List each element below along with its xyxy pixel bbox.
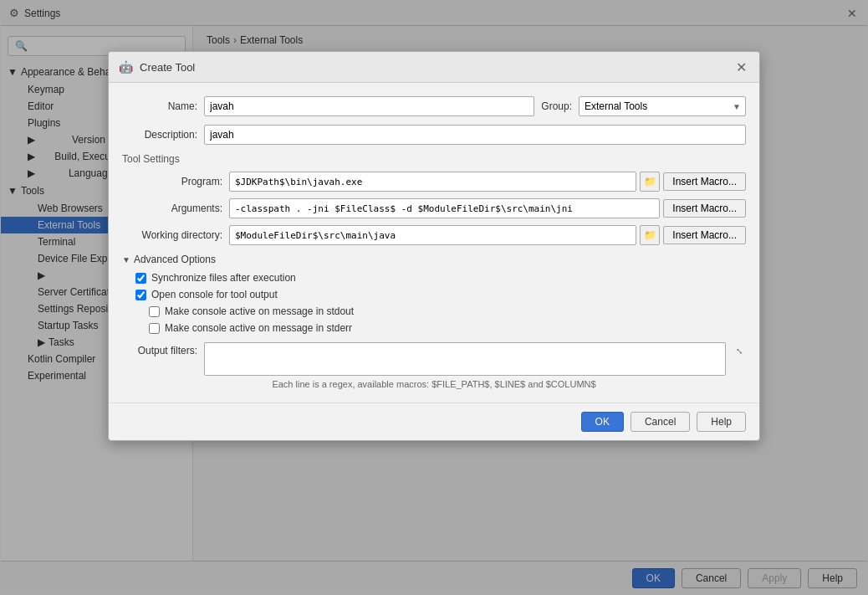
modal-title: Create Tool (140, 61, 726, 74)
modal-help-button[interactable]: Help (697, 412, 746, 432)
output-filters-label: Output filters: (122, 345, 197, 356)
create-tool-dialog: 🤖 Create Tool ✕ Name: Group: External To… (108, 51, 760, 441)
working-dir-browse-button[interactable]: 📁 (640, 225, 660, 245)
group-select[interactable]: External Tools (579, 96, 746, 116)
name-input[interactable] (204, 96, 534, 116)
description-row: Description: (122, 125, 746, 145)
make-active-stderr-label: Make console active on message in stderr (165, 322, 352, 334)
modal-ok-button[interactable]: OK (581, 412, 624, 432)
regex-hint: Each line is a regex, available macros: … (122, 379, 746, 389)
working-dir-row: Working directory: 📁 Insert Macro... (122, 225, 746, 245)
program-insert-macro-button[interactable]: Insert Macro... (663, 172, 746, 191)
collapse-icon: ▼ (122, 255, 130, 264)
name-label: Name: (122, 100, 197, 112)
arguments-input[interactable] (229, 198, 660, 218)
program-browse-button[interactable]: 📁 (640, 172, 660, 192)
program-label: Program: (122, 176, 222, 187)
program-input[interactable] (229, 172, 636, 192)
sync-files-checkbox[interactable] (135, 273, 146, 284)
tool-settings-label: Tool Settings (122, 153, 746, 165)
open-console-row: Open console for tool output (122, 289, 746, 300)
advanced-options-label: Advanced Options (134, 254, 216, 265)
modal-overlay: 🤖 Create Tool ✕ Name: Group: External To… (1, 1, 867, 594)
description-input[interactable] (204, 125, 746, 145)
working-dir-input-wrap: 📁 Insert Macro... (229, 225, 746, 245)
make-active-stdout-row: Make console active on message in stdout (122, 305, 746, 317)
arguments-input-wrap: Insert Macro... (229, 198, 746, 218)
working-dir-label: Working directory: (122, 229, 222, 241)
description-label: Description: (122, 129, 197, 141)
modal-footer: OK Cancel Help (109, 403, 759, 440)
tool-icon: 🤖 (119, 60, 133, 74)
tool-settings-section: Program: 📁 Insert Macro... Arguments: In… (122, 172, 746, 245)
output-filters-row: Output filters: ⤡ (122, 342, 746, 376)
program-row: Program: 📁 Insert Macro... (122, 172, 746, 192)
group-select-wrap: External Tools ▼ (579, 96, 746, 116)
modal-body: Name: Group: External Tools ▼ Descriptio… (109, 83, 759, 403)
make-active-stderr-checkbox[interactable] (149, 323, 160, 334)
arguments-insert-macro-button[interactable]: Insert Macro... (663, 199, 746, 218)
modal-close-button[interactable]: ✕ (733, 59, 749, 75)
name-group-row: Name: Group: External Tools ▼ (122, 96, 746, 116)
open-console-label: Open console for tool output (151, 289, 278, 300)
make-active-stderr-row: Make console active on message in stderr (122, 322, 746, 334)
expand-icon: ⤡ (733, 342, 746, 356)
advanced-options-section: ▼ Advanced Options Synchronize files aft… (122, 254, 746, 389)
make-active-stdout-checkbox[interactable] (149, 306, 160, 317)
working-dir-input[interactable] (229, 225, 636, 245)
sync-files-row: Synchronize files after execution (122, 272, 746, 284)
output-filters-textarea[interactable] (204, 342, 726, 376)
arguments-row: Arguments: Insert Macro... (122, 198, 746, 218)
settings-window: ⚙ Settings ✕ ▼ Appearance & Behavior Key… (0, 0, 868, 595)
modal-cancel-button[interactable]: Cancel (631, 412, 690, 432)
program-input-wrap: 📁 Insert Macro... (229, 172, 746, 192)
make-active-stdout-label: Make console active on message in stdout (165, 305, 354, 317)
advanced-options-header[interactable]: ▼ Advanced Options (122, 254, 746, 265)
modal-header: 🤖 Create Tool ✕ (109, 52, 759, 83)
group-label: Group: (541, 100, 572, 112)
open-console-checkbox[interactable] (135, 290, 146, 300)
arguments-label: Arguments: (122, 203, 222, 214)
sync-files-label: Synchronize files after execution (151, 272, 296, 284)
working-dir-insert-macro-button[interactable]: Insert Macro... (663, 226, 746, 244)
